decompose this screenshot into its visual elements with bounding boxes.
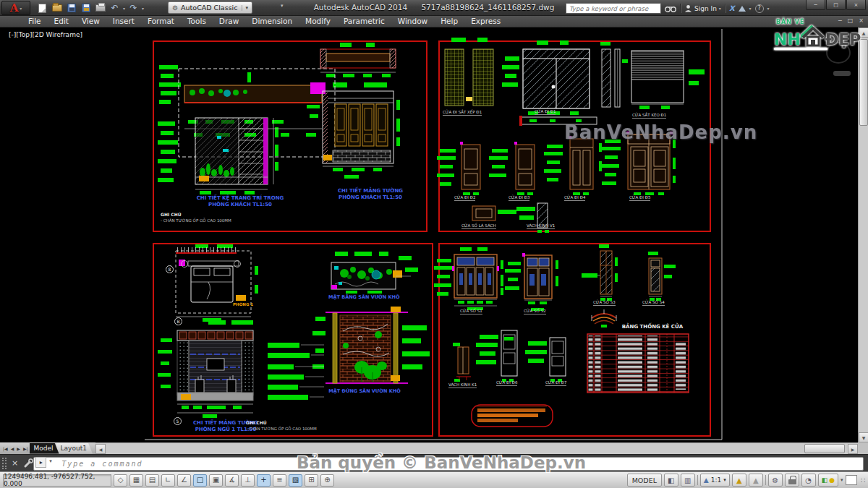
workspace-switching-button[interactable]: ⚙ [768,474,783,487]
scroll-right-arrow[interactable]: ▶ [848,444,858,454]
command-line-bar: × ▸ ▾ [0,454,868,471]
p3-garden-elev-caption: MẶT ĐỨNG SÂN VƯỜN KHÔ [327,388,402,395]
tab-next-button[interactable]: ▶ [15,446,22,451]
infocenter: Sign In ▾ X ▾ ? ▾ [566,2,770,14]
hardware-acceleration-button[interactable]: ◔ [801,474,816,487]
menu-help[interactable]: Help [434,16,464,27]
quick-view-drawings-button[interactable]: ▥ [681,474,695,487]
infocenter-search-input[interactable] [566,3,661,14]
separator [680,4,681,13]
drawing-viewport[interactable]: [-][Top][2D Wireframe] BanVeNhaDep.vn CH… [6,27,858,442]
toggle-dynamic-ucs[interactable]: ⊥ [241,474,255,487]
model-space-button[interactable]: MODEL [627,474,662,487]
menu-draw[interactable]: Draw [213,16,245,27]
help-dropdown[interactable]: ▾ [767,6,770,11]
logo-top-text: BẢN VẼ [776,19,862,25]
menu-express[interactable]: Express [464,16,507,27]
grid-bubble-b: B [174,317,182,325]
p4-s1-label: CỬA SỔ S1 [460,309,482,314]
toggle-selection-cycling[interactable]: ⊕ [320,474,334,487]
layout-tabs: |◀ ◀ ▶ ▶| Model Layout1 [0,442,95,454]
toggle-object-snap-tracking[interactable]: ∡ [225,474,239,487]
horizontal-scroll-thumb[interactable] [804,444,845,453]
logo-right-text: ĐẸP [825,33,861,47]
vertical-scrollbar[interactable]: ▲ ▼ [858,27,868,442]
resize-grip[interactable]: ∷ [861,476,866,484]
menu-format[interactable]: Format [141,16,181,27]
isolate-icon: ◧ [822,476,828,484]
toggle-dynamic-input[interactable]: + [257,474,271,487]
toggle-snap-mode[interactable]: ▦ [129,474,143,487]
toggle-object-snap[interactable]: □ [193,474,207,487]
annotation-visibility-button[interactable]: ▲ [732,474,746,487]
chevron-down-icon: ▾ [719,6,721,11]
toggle-polar-tracking[interactable]: ∠ [177,474,191,487]
clean-screen-button[interactable] [846,475,857,485]
tab-model[interactable]: Model [30,443,59,454]
tab-last-button[interactable]: ▶| [22,446,30,451]
a360-icon[interactable] [739,6,746,12]
menu-window[interactable]: Window [391,16,434,27]
viewport-controls-label[interactable]: [-][Top][2D Wireframe] [9,31,82,38]
annotation-scale-button[interactable]: ▲ 1:1 ▾ [700,474,730,487]
exchange-apps-icon[interactable]: X [729,4,735,12]
tab-first-button[interactable]: |◀ [1,446,9,451]
minimize-button[interactable]: ─ [806,0,825,10]
p4-table-title: BẢNG THỐNG KÊ CỬA [609,324,696,330]
p1-wall-caption: CHI TIẾT MẢNG TƯỜNGPHÒNG KHÁCH TL1:50 [330,188,411,201]
scrollbar-corner [858,442,868,454]
user-icon [684,4,692,12]
grid-bubble-5: 5 [174,417,182,425]
quick-view-layouts-button[interactable]: ◧ [664,474,678,487]
document-name: 5717a88198624_1461168257.dwg [421,3,554,12]
toggle-lineweight[interactable]: ≡ [273,474,286,487]
menu-file[interactable]: File [22,16,48,27]
command-input-wrap: ▸ ▾ [33,455,864,471]
close-button[interactable]: × [846,0,866,10]
toggle-ortho-mode[interactable]: ∟ [161,474,175,487]
menu-view[interactable]: View [75,16,106,27]
command-history-dropdown[interactable]: ▾ [49,458,52,464]
separator [725,4,726,13]
coordinates-readout[interactable]: 1249496.481, -976527.752, 0.000 [3,474,111,487]
sign-in-button[interactable]: Sign In ▾ [684,4,721,12]
toggle-transparency[interactable]: ▨ [289,474,302,487]
maximize-button[interactable]: □ [826,0,846,10]
horizontal-scrollbar[interactable]: ◀ ▶ [95,442,858,454]
toggle-infer-constraints[interactable]: ◇ [114,474,127,487]
scroll-down-arrow[interactable]: ▼ [859,432,868,442]
banvenhadep-logo: BẢN VẼ NH ĐẸP [774,19,862,50]
tab-prev-button[interactable]: ◀ [9,446,16,451]
menu-parametric[interactable]: Parametric [337,16,391,27]
p2-d3-label: CỬA ĐI Đ3 [509,195,529,201]
separator [697,475,698,485]
menu-edit[interactable]: Edit [48,16,75,27]
command-drag-handle[interactable] [2,458,7,469]
scroll-left-arrow[interactable]: ◀ [95,444,106,454]
chevron-down-icon: ▾ [749,6,752,11]
navigation-bar-handle[interactable] [833,71,851,76]
binoculars-icon[interactable] [665,4,676,13]
toggle-grid-display[interactable]: ▤ [145,474,159,487]
vertical-scroll-thumb[interactable] [859,39,868,126]
toggle-3d-object-snap[interactable]: ▣ [209,474,223,487]
command-close-button[interactable]: × [12,458,18,468]
menu-insert[interactable]: Insert [106,16,141,27]
command-prompt-icon: ▸ [35,457,46,468]
menu-dimension[interactable]: Dimension [245,16,299,27]
customize-wrench-icon[interactable] [23,458,33,468]
p1-note-text: - CHÂN TƯỜNG ỐP GỖ CAO 100MM [161,218,231,223]
p3-room-tag: PHÒNG 1 [233,302,253,307]
command-input[interactable] [33,457,864,471]
help-button[interactable]: ? [755,4,764,13]
status-tray-dropdown[interactable]: ▾ [841,477,843,483]
annotation-autoscale-button[interactable]: ▲ [749,474,763,487]
p4-s3-label: CỬA SỔ S3 [593,300,616,306]
p4-s2-label: CỬA SỔ S2 [524,309,546,314]
toggle-quick-properties[interactable]: ⊞ [305,474,318,487]
menu-tools[interactable]: Tools [181,16,213,27]
tab-layout1[interactable]: Layout1 [56,443,93,454]
menu-modify[interactable]: Modify [299,16,337,27]
toolbar-lock-button[interactable] [785,474,799,487]
isolate-objects-button[interactable]: ◧ ● [818,474,838,487]
